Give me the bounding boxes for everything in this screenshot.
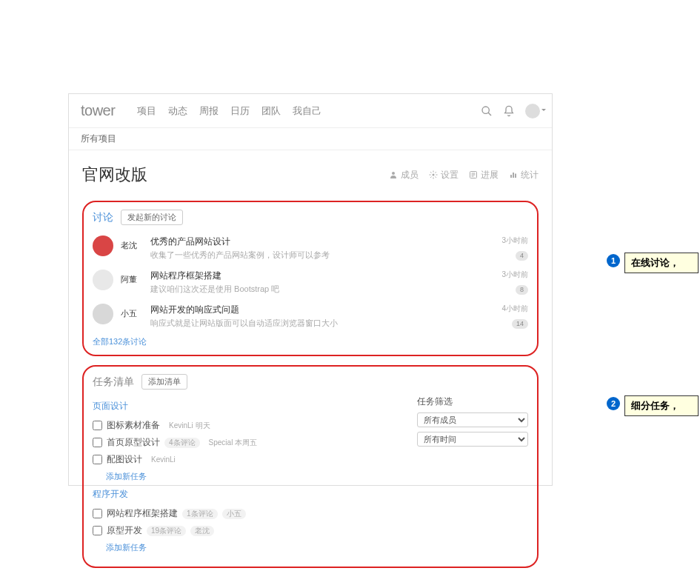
svg-rect-9 xyxy=(513,173,514,178)
discussion-meta: 4小时前 14 xyxy=(501,304,528,329)
project-header: 官网改版 成员 设置 进展 统计 xyxy=(82,164,539,186)
topbar: tower 项目 动态 周报 日历 团队 我自己 xyxy=(69,94,552,128)
discussion-badge: 8 xyxy=(516,285,528,295)
task-checkbox[interactable] xyxy=(93,526,102,535)
task-checkbox[interactable] xyxy=(93,455,102,464)
task-name: 配图设计 xyxy=(107,453,142,466)
logo: tower xyxy=(81,102,115,119)
tasks-wrap: 页面设计 图标素材准备 KevinLi 明天 首页原型设计 4条评论 Speci… xyxy=(93,395,528,559)
filter-member-select[interactable]: 所有成员 xyxy=(417,412,528,427)
avatar xyxy=(93,304,113,324)
project-actions: 成员 设置 进展 统计 xyxy=(389,169,539,181)
task-group-title[interactable]: 程序开发 xyxy=(93,488,402,501)
filter-title: 任务筛选 xyxy=(417,395,528,408)
action-members[interactable]: 成员 xyxy=(389,169,419,181)
discussion-title: 讨论 xyxy=(93,211,113,224)
avatar xyxy=(93,235,113,256)
discussion-body: 网站开发的响应式问题 响应式就是让网站版面可以自动适应浏览器窗口大小 xyxy=(150,304,494,329)
list-icon xyxy=(469,170,478,179)
gear-icon xyxy=(429,170,438,179)
tasks-header: 任务清单 添加清单 xyxy=(93,374,528,390)
filter-time-select[interactable]: 所有时间 xyxy=(417,432,528,447)
discussion-item[interactable]: 小五 网站开发的响应式问题 响应式就是让网站版面可以自动适应浏览器窗口大小 4小… xyxy=(93,299,528,333)
tasks-left: 页面设计 图标素材准备 KevinLi 明天 首页原型设计 4条评论 Speci… xyxy=(93,395,402,559)
task-item[interactable]: 配图设计 KevinLi xyxy=(93,451,402,468)
action-settings[interactable]: 设置 xyxy=(429,169,459,181)
discussion-user: 小五 xyxy=(121,308,143,319)
task-checkbox[interactable] xyxy=(93,509,102,518)
callout-number-1: 1 xyxy=(607,254,620,267)
svg-point-0 xyxy=(482,107,489,113)
discussion-item-sub: 收集了一些优秀的产品网站案例，设计师可以参考 xyxy=(150,250,494,261)
user-avatar-dropdown[interactable] xyxy=(525,104,540,118)
discussion-body: 优秀的产品网站设计 收集了一些优秀的产品网站案例，设计师可以参考 xyxy=(150,235,494,261)
project-title: 官网改版 xyxy=(82,164,389,186)
all-discussions-link[interactable]: 全部132条讨论 xyxy=(93,336,147,347)
discussion-user: 老沈 xyxy=(121,240,143,251)
nav-activity[interactable]: 动态 xyxy=(168,104,187,118)
discussion-item[interactable]: 老沈 优秀的产品网站设计 收集了一些优秀的产品网站案例，设计师可以参考 3小时前… xyxy=(93,231,528,265)
task-group-title[interactable]: 页面设计 xyxy=(93,400,402,412)
svg-line-1 xyxy=(488,113,491,116)
discussion-item-sub: 响应式就是让网站版面可以自动适应浏览器窗口大小 xyxy=(150,318,494,329)
callout-2: 细分任务， xyxy=(624,395,699,416)
discussion-item[interactable]: 阿董 网站程序框架搭建 建议咱们这次还是使用 Bootstrap 吧 3小时前 … xyxy=(93,265,528,299)
discussion-section: 讨论 发起新的讨论 老沈 优秀的产品网站设计 收集了一些优秀的产品网站案例，设计… xyxy=(82,201,539,356)
discussion-body: 网站程序框架搭建 建议咱们这次还是使用 Bootstrap 吧 xyxy=(150,270,494,295)
add-list-button[interactable]: 添加清单 xyxy=(141,374,187,390)
discussion-item-title: 网站程序框架搭建 xyxy=(150,270,494,282)
task-name: 图标素材准备 xyxy=(107,419,160,432)
add-task-link[interactable]: 添加新任务 xyxy=(106,471,402,482)
action-stats-label: 统计 xyxy=(521,169,539,181)
task-item[interactable]: 原型开发 19条评论 老沈 xyxy=(93,522,402,539)
discussion-badge: 4 xyxy=(516,251,528,261)
task-name: 原型开发 xyxy=(107,524,142,537)
action-settings-label: 设置 xyxy=(441,169,459,181)
svg-point-2 xyxy=(392,172,395,175)
breadcrumb-bar: 所有项目 xyxy=(69,128,552,150)
task-tag: 小五 xyxy=(222,509,246,519)
task-tag: KevinLi 明天 xyxy=(164,421,215,431)
task-checkbox[interactable] xyxy=(93,438,102,447)
discussion-header: 讨论 发起新的讨论 xyxy=(93,210,528,225)
discussion-time: 3小时前 xyxy=(501,270,528,280)
action-progress[interactable]: 进展 xyxy=(469,169,499,181)
tasks-filter: 任务筛选 所有成员 所有时间 xyxy=(417,395,528,559)
svg-rect-8 xyxy=(510,175,512,178)
task-tag: Special 本周五 xyxy=(204,438,262,448)
nav-myself[interactable]: 我自己 xyxy=(293,104,321,118)
nav-calendar[interactable]: 日历 xyxy=(230,104,250,118)
discussion-item-title: 网站开发的响应式问题 xyxy=(150,304,494,316)
nav-weekly[interactable]: 周报 xyxy=(199,104,219,118)
task-tag: 4条评论 xyxy=(164,438,200,448)
bell-icon[interactable] xyxy=(503,105,515,117)
callout-number-2: 2 xyxy=(607,397,620,410)
add-task-link[interactable]: 添加新任务 xyxy=(106,542,402,553)
task-tag: 1条评论 xyxy=(182,509,218,519)
person-icon xyxy=(389,170,398,179)
discussion-item-sub: 建议咱们这次还是使用 Bootstrap 吧 xyxy=(150,284,494,295)
avatar xyxy=(93,270,113,290)
top-icons xyxy=(481,104,540,118)
task-item[interactable]: 首页原型设计 4条评论 Special 本周五 xyxy=(93,434,402,451)
action-stats[interactable]: 统计 xyxy=(509,169,539,181)
discussion-time: 3小时前 xyxy=(501,235,528,246)
nav-projects[interactable]: 项目 xyxy=(137,104,156,118)
discussion-user: 阿董 xyxy=(121,274,143,285)
task-checkbox[interactable] xyxy=(93,421,102,430)
search-icon[interactable] xyxy=(481,105,493,117)
content: 官网改版 成员 设置 进展 统计 xyxy=(69,150,552,568)
nav-team[interactable]: 团队 xyxy=(261,104,281,118)
task-item[interactable]: 图标素材准备 KevinLi 明天 xyxy=(93,417,402,434)
task-item[interactable]: 网站程序框架搭建 1条评论 小五 xyxy=(93,505,402,522)
new-discussion-button[interactable]: 发起新的讨论 xyxy=(121,210,183,225)
task-tag: KevinLi xyxy=(147,455,180,464)
discussion-meta: 3小时前 8 xyxy=(501,270,528,295)
svg-point-3 xyxy=(433,174,435,176)
tasks-section: 任务清单 添加清单 页面设计 图标素材准备 KevinLi 明天 首页原型设计 … xyxy=(82,365,539,568)
action-members-label: 成员 xyxy=(401,169,419,181)
svg-rect-10 xyxy=(515,174,516,178)
task-tag: 19条评论 xyxy=(147,526,186,536)
breadcrumb[interactable]: 所有项目 xyxy=(81,133,116,145)
callout-1: 在线讨论， xyxy=(624,253,699,273)
